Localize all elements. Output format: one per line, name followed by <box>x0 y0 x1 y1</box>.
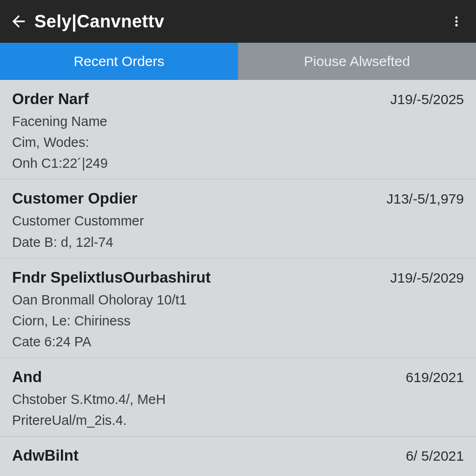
list-item[interactable]: Customer Opdier J13/-5/1,979 Customer Cu… <box>0 179 476 258</box>
screen: Sely|Canvnettv Recent Orders Piouse Alws… <box>0 0 476 476</box>
order-detail-line: Facening Name <box>12 112 464 131</box>
order-detail-line: PritereUal/m_2is.4. <box>12 411 464 430</box>
order-detail-line: Ciorn, Le: Chiriness <box>12 312 464 330</box>
tab-other[interactable]: Piouse Alwsefted <box>238 43 476 80</box>
order-date: J19/-5/2029 <box>390 270 464 286</box>
tab-recent-orders[interactable]: Recent Orders <box>0 43 238 80</box>
svg-point-1 <box>455 20 457 22</box>
order-date: 6/ 5/2021 <box>406 448 464 464</box>
app-bar: Sely|Canvnettv <box>0 0 476 43</box>
order-date: J19/-5/2025 <box>390 92 464 107</box>
order-title: Customer Opdier <box>12 190 138 207</box>
order-detail-line: Cim, Wodes: <box>12 133 464 152</box>
order-date: 619/2021 <box>406 370 464 385</box>
app-title: Sely|Canvnettv <box>34 12 165 32</box>
list-item[interactable]: Fndr SpelixtlusOurbashirut J19/-5/2029 O… <box>0 258 476 358</box>
list-item[interactable]: Order Narf J19/-5/2025 Facening Name Cim… <box>0 80 476 179</box>
overflow-menu-button[interactable] <box>445 8 468 34</box>
arrow-left-icon <box>9 12 28 31</box>
more-vert-icon <box>450 12 463 31</box>
order-title: And <box>12 368 42 386</box>
order-detail-line: Oan Bronmall Oholoray 10/t1 <box>12 291 464 309</box>
svg-point-0 <box>455 16 457 19</box>
order-detail-line: Chstober S.Ktmo.4/, MeH <box>12 390 464 409</box>
back-button[interactable] <box>6 8 32 34</box>
tab-bar: Recent Orders Piouse Alwsefted <box>0 43 476 80</box>
order-detail-line: Customer Custommer <box>12 212 464 230</box>
order-detail-line: Cate 6:24 PA <box>12 333 464 351</box>
order-detail-line: Date B: d, 12l-74 <box>12 233 464 251</box>
order-title: Order Narf <box>12 90 89 108</box>
orders-list: Order Narf J19/-5/2025 Facening Name Cim… <box>0 80 476 476</box>
order-title: AdwBilnt <box>12 447 79 464</box>
order-date: J13/-5/1,979 <box>386 191 464 207</box>
list-item[interactable]: AdwBilnt 6/ 5/2021 <box>0 436 476 471</box>
list-item[interactable]: And 619/2021 Chstober S.Ktmo.4/, MeH Pri… <box>0 358 476 436</box>
svg-point-2 <box>455 24 457 26</box>
order-title: Fndr SpelixtlusOurbashirut <box>12 269 211 286</box>
order-detail-line: Onh C1:22´|249 <box>12 154 464 172</box>
